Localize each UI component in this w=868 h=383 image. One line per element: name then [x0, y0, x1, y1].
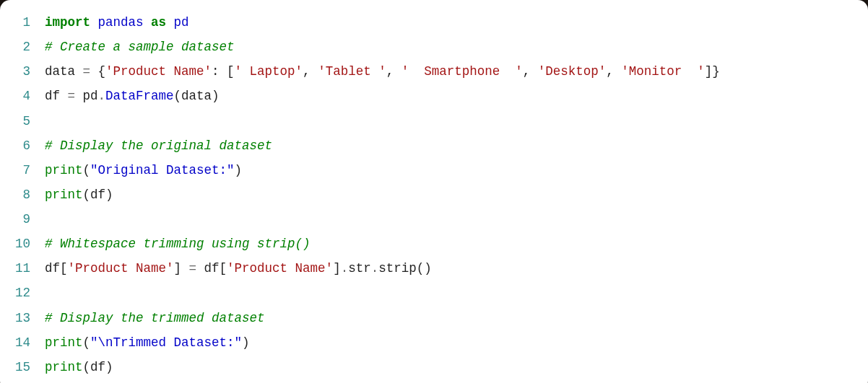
code-content: df['Product Name'] = df['Product Name'].… [45, 256, 432, 281]
line-number: 12 [13, 281, 30, 305]
code-content: df = pd.DataFrame(data) [45, 84, 220, 108]
line-number: 8 [13, 182, 30, 207]
line-number: 13 [13, 306, 30, 330]
code-line: 8 print(df) [13, 182, 852, 207]
code-line: 14 print("\nTrimmed Dataset:") [13, 330, 852, 355]
code-line: 12 [13, 281, 852, 305]
code-line: 5 [13, 109, 852, 133]
code-line: 7 print("Original Dataset:") [13, 158, 852, 182]
code-line: 3 data = {'Product Name': [' Laptop', 'T… [13, 59, 852, 84]
code-line: 1 import pandas as pd [13, 10, 852, 35]
line-number: 5 [13, 109, 30, 133]
code-line: 13 # Display the trimmed dataset [13, 306, 852, 330]
code-content: # Create a sample dataset [45, 35, 235, 59]
line-number: 15 [13, 355, 30, 379]
line-number: 9 [13, 207, 30, 232]
code-block: 1 import pandas as pd 2 # Create a sampl… [0, 0, 868, 383]
code-content: data = {'Product Name': [' Laptop', 'Tab… [45, 59, 720, 84]
line-number: 11 [13, 256, 30, 281]
code-content: # Whitespace trimming using strip() [45, 232, 311, 256]
code-content: print("\nTrimmed Dataset:") [45, 330, 250, 355]
code-line: 11 df['Product Name'] = df['Product Name… [13, 256, 852, 281]
line-number: 3 [13, 59, 30, 84]
code-line: 6 # Display the original dataset [13, 133, 852, 158]
code-line: 9 [13, 207, 852, 232]
code-content: print(df) [45, 182, 113, 207]
line-number: 10 [13, 232, 30, 256]
code-content: import pandas as pd [45, 10, 189, 35]
code-line: 10 # Whitespace trimming using strip() [13, 232, 852, 256]
code-content: # Display the trimmed dataset [45, 306, 265, 330]
code-line: 2 # Create a sample dataset [13, 35, 852, 59]
code-content: # Display the original dataset [45, 133, 272, 158]
line-number: 4 [13, 84, 30, 108]
code-content: print(df) [45, 355, 113, 379]
code-line: 4 df = pd.DataFrame(data) [13, 84, 852, 108]
line-number: 6 [13, 133, 30, 158]
line-number: 14 [13, 330, 30, 355]
line-number: 2 [13, 35, 30, 59]
line-number: 1 [13, 10, 30, 35]
line-number: 7 [13, 158, 30, 182]
code-line: 15 print(df) [13, 355, 852, 379]
code-content: print("Original Dataset:") [45, 158, 242, 182]
